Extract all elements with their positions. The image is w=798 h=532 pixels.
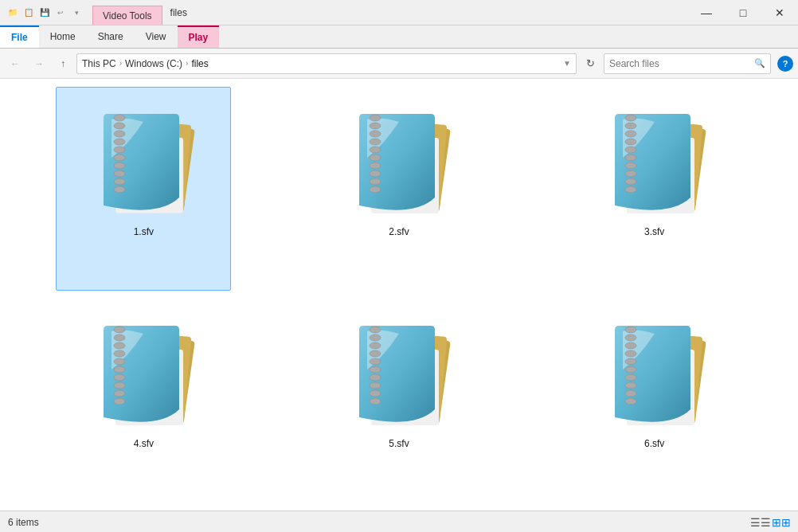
svg-point-61 — [625, 147, 636, 153]
file-item-1[interactable]: 1.sfv — [56, 87, 231, 291]
breadcrumb-drive[interactable]: Windows (C:) — [125, 58, 182, 69]
svg-point-128 — [625, 366, 636, 373]
notebook-icon-4 — [80, 306, 207, 433]
file-label-2: 2.sfv — [389, 226, 409, 237]
breadcrumb-folder[interactable]: files — [191, 58, 208, 69]
address-box[interactable]: This PC › Windows (C:) › files ▼ — [76, 53, 577, 74]
svg-point-19 — [114, 162, 125, 169]
maximize-button[interactable]: □ — [725, 0, 761, 25]
quick-dropdown-icon[interactable]: ▾ — [70, 6, 83, 19]
file-item-3[interactable]: 3.sfv — [567, 87, 742, 291]
svg-point-22 — [114, 186, 125, 193]
search-input[interactable] — [609, 58, 754, 69]
forward-button[interactable]: → — [29, 53, 49, 74]
svg-point-83 — [114, 358, 125, 365]
file-label-1: 1.sfv — [134, 226, 154, 237]
app-icon: 📁 — [6, 6, 19, 19]
file-item-2[interactable]: 2.sfv — [311, 87, 487, 291]
svg-point-15 — [114, 131, 125, 137]
refresh-button[interactable]: ↻ — [580, 53, 600, 74]
svg-point-62 — [625, 155, 636, 161]
tab-home[interactable]: Home — [39, 25, 87, 48]
minimize-button[interactable]: — — [688, 0, 725, 25]
window-title: files — [170, 7, 187, 18]
tab-share[interactable]: Share — [87, 25, 135, 48]
breadcrumb-pc[interactable]: This PC — [82, 58, 116, 69]
breadcrumb-sep1: › — [119, 59, 122, 68]
view-controls: ☰☰ ⊞⊞ — [752, 514, 790, 531]
notebook-icon-2 — [335, 94, 463, 221]
svg-point-36 — [370, 123, 381, 129]
svg-point-37 — [370, 131, 381, 137]
svg-point-35 — [370, 115, 381, 121]
svg-point-108 — [370, 382, 381, 389]
tab-view[interactable]: View — [135, 25, 178, 48]
quick-pin-icon[interactable]: 💾 — [38, 6, 51, 19]
file-item-6[interactable]: 6.sfv — [567, 299, 742, 503]
addressbar: ← → ↑ This PC › Windows (C:) › files ▼ ↻… — [0, 49, 798, 79]
address-dropdown-icon[interactable]: ▼ — [563, 59, 571, 68]
svg-point-87 — [114, 390, 125, 397]
svg-point-60 — [625, 139, 636, 145]
titlebar-quickaccess: 📁 📋 💾 ↩ ▾ — [0, 6, 89, 19]
svg-point-59 — [625, 131, 636, 137]
svg-point-105 — [370, 358, 381, 365]
svg-point-16 — [114, 139, 125, 145]
svg-point-20 — [114, 170, 125, 177]
list-view-button[interactable]: ☰☰ — [752, 514, 769, 531]
svg-point-64 — [625, 170, 636, 177]
svg-point-63 — [625, 162, 636, 169]
svg-point-126 — [625, 350, 636, 357]
svg-point-85 — [114, 374, 125, 381]
statusbar: 6 items ☰☰ ⊞⊞ — [0, 510, 798, 532]
svg-point-57 — [625, 115, 636, 121]
quick-undo-icon[interactable]: ↩ — [54, 6, 67, 19]
close-button[interactable]: ✕ — [761, 0, 798, 25]
tab-file[interactable]: File — [0, 25, 39, 48]
tab-video-tools[interactable]: Video Tools — [92, 6, 162, 25]
help-button[interactable]: ? — [777, 56, 793, 72]
notebook-icon-1 — [80, 94, 207, 221]
svg-point-42 — [370, 170, 381, 177]
main-area: 1.sfv — [0, 79, 798, 510]
svg-point-86 — [114, 382, 125, 389]
svg-point-84 — [114, 366, 125, 373]
svg-point-88 — [114, 398, 125, 405]
svg-point-132 — [625, 398, 636, 405]
svg-point-102 — [370, 334, 381, 341]
ribbon: File Home Share View Play — [0, 25, 798, 49]
tab-video-tools-ribbon[interactable]: Play — [178, 25, 220, 48]
svg-point-107 — [370, 374, 381, 381]
svg-point-125 — [625, 342, 636, 349]
search-box[interactable]: 🔍 — [604, 53, 771, 74]
svg-point-18 — [114, 155, 125, 161]
item-count: 6 items — [8, 517, 39, 528]
notebook-icon-3 — [591, 94, 718, 221]
svg-point-44 — [370, 186, 381, 193]
file-label-3: 3.sfv — [644, 226, 664, 237]
up-button[interactable]: ↑ — [53, 53, 73, 74]
titlebar-tabs: Video Tools — [92, 0, 164, 25]
svg-point-39 — [370, 147, 381, 153]
back-button[interactable]: ← — [5, 53, 25, 74]
file-item-5[interactable]: 5.sfv — [311, 299, 487, 503]
file-item-4[interactable]: 4.sfv — [56, 299, 231, 503]
svg-point-124 — [625, 334, 636, 341]
svg-point-66 — [625, 186, 636, 193]
svg-point-38 — [370, 139, 381, 145]
file-label-4: 4.sfv — [134, 438, 154, 449]
svg-point-123 — [625, 327, 636, 333]
svg-point-106 — [370, 366, 381, 373]
breadcrumb-sep2: › — [186, 59, 188, 68]
svg-point-79 — [114, 327, 125, 333]
svg-point-109 — [370, 390, 381, 397]
notebook-icon-6 — [591, 306, 718, 433]
svg-point-13 — [114, 115, 125, 121]
grid-view-button[interactable]: ⊞⊞ — [773, 514, 790, 531]
svg-point-110 — [370, 398, 381, 405]
file-grid: 1.sfv — [0, 79, 798, 510]
quick-save-icon[interactable]: 📋 — [22, 6, 35, 19]
svg-point-81 — [114, 342, 125, 349]
svg-point-131 — [625, 390, 636, 397]
breadcrumb: This PC › Windows (C:) › files — [82, 58, 209, 69]
